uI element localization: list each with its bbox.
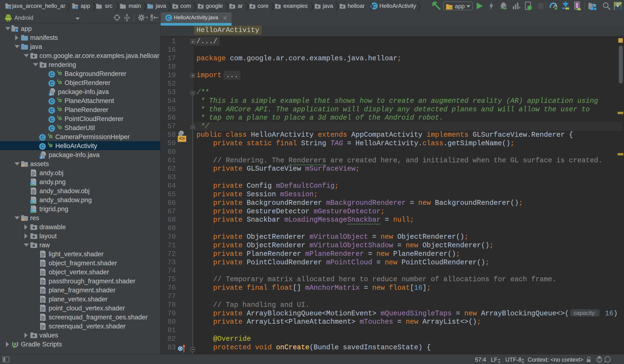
svg-text:J: J — [50, 93, 51, 96]
svg-text:J: J — [41, 156, 42, 159]
